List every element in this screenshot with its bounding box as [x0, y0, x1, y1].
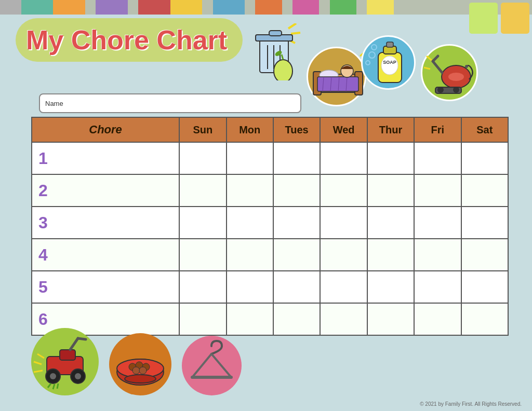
row5-tues[interactable]	[273, 271, 320, 303]
svg-rect-46	[60, 350, 75, 360]
row-number-4: 4	[32, 239, 179, 271]
row1-thur[interactable]	[367, 142, 414, 174]
header-thur: Thur	[367, 117, 414, 142]
row-number-3: 3	[32, 207, 179, 239]
row2-fri[interactable]	[414, 174, 461, 207]
row2-sat[interactable]	[461, 174, 508, 207]
top-right-blocks	[469, 3, 529, 34]
row1-wed[interactable]	[320, 142, 367, 174]
svg-line-1	[291, 33, 300, 34]
table-row: 4	[32, 239, 508, 271]
row-number-1: 1	[32, 142, 179, 174]
svg-text:SOAP: SOAP	[383, 60, 396, 65]
row2-thur[interactable]	[367, 174, 414, 207]
block-green	[469, 3, 498, 34]
row3-mon[interactable]	[227, 207, 273, 239]
header-fri: Fri	[414, 117, 461, 142]
svg-point-40	[448, 73, 464, 81]
row3-sun[interactable]	[179, 207, 226, 239]
svg-point-52	[75, 373, 81, 379]
table-row: 2	[32, 174, 508, 207]
row2-sun[interactable]	[179, 174, 226, 207]
svg-point-61	[132, 367, 140, 374]
vacuum-icon	[421, 44, 478, 101]
row3-thur[interactable]	[367, 207, 414, 239]
row4-tues[interactable]	[273, 239, 320, 271]
svg-line-42	[34, 362, 42, 364]
svg-point-63	[125, 375, 156, 383]
row5-sun[interactable]	[179, 271, 226, 303]
row6-wed[interactable]	[320, 303, 367, 335]
header-sun: Sun	[179, 117, 226, 142]
row1-fri[interactable]	[414, 142, 461, 174]
row1-mon[interactable]	[227, 142, 273, 174]
svg-point-50	[50, 373, 56, 379]
row6-fri[interactable]	[414, 303, 461, 335]
row1-sun[interactable]	[179, 142, 226, 174]
svg-point-31	[371, 45, 377, 50]
svg-rect-26	[387, 42, 393, 47]
row4-fri[interactable]	[414, 239, 461, 271]
row6-thur[interactable]	[367, 303, 414, 335]
svg-line-54	[53, 384, 55, 389]
row-number-5: 5	[32, 271, 179, 303]
svg-line-35	[433, 61, 442, 73]
chart-title: My Chore Chart	[26, 25, 227, 55]
name-label: Name	[45, 100, 63, 107]
title-area: My Chore Chart	[16, 18, 265, 65]
name-field[interactable]: Name	[39, 93, 301, 113]
svg-line-48	[78, 338, 86, 339]
row3-tues[interactable]	[273, 207, 320, 239]
header-mon: Mon	[227, 117, 273, 142]
row4-wed[interactable]	[320, 239, 367, 271]
block-yellow	[501, 3, 529, 34]
title-bubble: My Chore Chart	[16, 18, 243, 62]
row1-tues[interactable]	[273, 142, 320, 174]
row3-sat[interactable]	[461, 207, 508, 239]
row5-thur[interactable]	[367, 271, 414, 303]
svg-line-0	[288, 23, 296, 29]
svg-point-27	[381, 56, 398, 75]
name-field-container: Name	[39, 93, 301, 113]
row4-sun[interactable]	[179, 239, 226, 271]
svg-point-9	[274, 60, 292, 80]
svg-line-44	[37, 354, 44, 358]
row2-mon[interactable]	[227, 174, 273, 207]
row4-thur[interactable]	[367, 239, 414, 271]
soap-icon: SOAP	[361, 35, 416, 90]
svg-point-30	[366, 61, 370, 65]
row4-mon[interactable]	[227, 239, 273, 271]
row6-sat[interactable]	[461, 303, 508, 335]
row3-wed[interactable]	[320, 207, 367, 239]
chore-chart-container: Chore Sun Mon Tues Wed Thur Fri Sat 1	[31, 117, 509, 338]
svg-line-36	[433, 56, 438, 61]
svg-rect-5	[269, 31, 282, 36]
chore-table: Chore Sun Mon Tues Wed Thur Fri Sat 1	[31, 117, 509, 336]
svg-line-53	[48, 383, 51, 388]
row5-fri[interactable]	[414, 271, 461, 303]
table-row: 1	[32, 142, 508, 174]
row2-tues[interactable]	[273, 174, 320, 207]
row6-tues[interactable]	[273, 303, 320, 335]
header-sat: Sat	[461, 117, 508, 142]
svg-point-41	[465, 65, 468, 68]
row5-wed[interactable]	[320, 271, 367, 303]
svg-point-29	[369, 52, 375, 58]
trash-icon	[249, 23, 301, 80]
row5-mon[interactable]	[227, 271, 273, 303]
svg-point-39	[453, 87, 459, 93]
row2-wed[interactable]	[320, 174, 367, 207]
hanger-icon	[182, 336, 242, 395]
row1-sat[interactable]	[461, 142, 508, 174]
table-row: 5	[32, 271, 508, 303]
row5-sat[interactable]	[461, 271, 508, 303]
row3-fri[interactable]	[414, 207, 461, 239]
header-tues: Tues	[273, 117, 320, 142]
header-chore: Chore	[32, 117, 179, 142]
lawnmower-icon	[31, 328, 99, 395]
svg-line-47	[70, 338, 78, 350]
pet-bowl-icon	[109, 333, 171, 395]
top-color-bar	[0, 0, 532, 15]
svg-line-43	[34, 371, 43, 372]
row4-sat[interactable]	[461, 239, 508, 271]
